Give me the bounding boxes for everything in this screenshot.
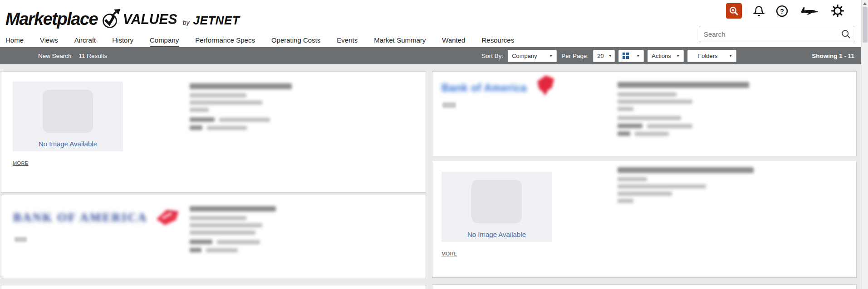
search-input[interactable] xyxy=(699,30,841,38)
search-icon xyxy=(841,29,851,39)
scrollbar[interactable] xyxy=(861,0,868,289)
scrollbar-thumb[interactable] xyxy=(863,7,868,43)
redacted-company-details xyxy=(190,83,380,133)
nav-item-aircraft[interactable]: Aircraft xyxy=(74,36,96,47)
sort-by-label: Sort By: xyxy=(481,53,503,59)
redacted-company-details xyxy=(618,82,808,137)
chevron-down-icon: ▼ xyxy=(729,54,732,58)
no-image-text: No Image Available xyxy=(13,140,123,148)
redacted-status-chip xyxy=(442,102,456,108)
no-image-text: No Image Available xyxy=(441,231,552,238)
logo-word-marketplace: Marketplace xyxy=(5,9,98,29)
nav-item-wanted[interactable]: Wanted xyxy=(442,36,465,47)
aircraft-icon[interactable] xyxy=(799,5,820,16)
company-card: BANK OF AMERICA xyxy=(1,195,426,278)
chevron-down-icon: ▼ xyxy=(676,54,680,58)
redacted-status-chip xyxy=(15,237,27,242)
settings-gear-icon[interactable] xyxy=(831,4,844,18)
actions-label: Actions xyxy=(652,53,671,59)
nav-item-events[interactable]: Events xyxy=(337,36,358,47)
nav-item-operating-costs[interactable]: Operating Costs xyxy=(271,36,320,47)
bank-of-america-flag-icon xyxy=(154,207,181,228)
help-icon[interactable]: ? xyxy=(776,5,788,17)
more-link[interactable]: MORE xyxy=(441,251,457,256)
sort-by-value: Company xyxy=(512,53,537,59)
checkmark-arrow-emblem-icon xyxy=(100,8,121,31)
logo-word-values: VALUES xyxy=(123,10,177,29)
redacted-company-details xyxy=(618,167,808,205)
company-card: No Image Available MORE xyxy=(432,161,857,278)
bank-of-america-modern-logo: Bank of America xyxy=(441,80,557,96)
chevron-down-icon: ▼ xyxy=(549,54,553,58)
main-nav: Home Views Aircraft History Company Perf… xyxy=(5,36,514,47)
results-count: 11 Results xyxy=(79,53,108,59)
sort-by-select[interactable]: Company ▼ xyxy=(508,50,557,62)
nav-item-market-summary[interactable]: Market Summary xyxy=(374,36,426,47)
results-toolbar: New Search 11 Results Sort By: Company ▼… xyxy=(0,47,868,64)
logo-brand-jetnet: JETNET xyxy=(193,12,240,29)
showing-range: Showing 1 - 11 xyxy=(812,53,854,59)
nav-item-resources[interactable]: Resources xyxy=(481,36,514,47)
view-mode-select[interactable]: ▼ xyxy=(618,50,644,62)
chevron-down-icon: ▼ xyxy=(636,54,640,58)
app-header: Marketplace VALUES by JETNET xyxy=(0,0,868,47)
no-image-placeholder: No Image Available xyxy=(441,172,552,242)
notifications-bell-icon[interactable] xyxy=(753,5,765,17)
nav-item-history[interactable]: History xyxy=(112,36,133,47)
zoom-search-icon[interactable] xyxy=(726,3,742,19)
new-search-link[interactable]: New Search xyxy=(38,53,72,59)
svg-text:?: ? xyxy=(780,7,784,14)
company-card: Bank of America xyxy=(432,71,857,156)
logo-by: by xyxy=(183,19,190,26)
bank-of-america-classic-logo: BANK OF AMERICA xyxy=(13,207,181,228)
nav-item-home[interactable]: Home xyxy=(5,36,24,47)
search-box xyxy=(699,26,855,42)
company-card: No Image Available MORE xyxy=(1,71,426,193)
actions-menu[interactable]: Actions ▼ xyxy=(647,50,684,62)
scrollbar-up-arrow-icon[interactable] xyxy=(863,2,867,5)
folders-label: Folders xyxy=(698,53,717,59)
results-grid: No Image Available MORE BANK OF AMERICA … xyxy=(0,64,868,289)
header-icon-bar: ? xyxy=(726,2,844,20)
partial-next-card xyxy=(432,284,857,289)
nav-item-views[interactable]: Views xyxy=(40,36,58,47)
bank-of-america-modern-wordmark: Bank of America xyxy=(441,82,527,94)
grid-view-icon xyxy=(623,53,629,59)
nav-item-company[interactable]: Company xyxy=(150,36,179,47)
nav-item-performance-specs[interactable]: Performance Specs xyxy=(195,36,255,47)
bank-of-america-flag-icon xyxy=(533,73,557,96)
folders-select[interactable]: Folders ▼ xyxy=(687,50,736,62)
per-page-value: 20 xyxy=(597,53,603,59)
more-link[interactable]: MORE xyxy=(13,160,29,166)
bank-of-america-classic-wordmark: BANK OF AMERICA xyxy=(13,211,147,225)
chevron-down-icon: ▼ xyxy=(608,54,612,58)
no-image-placeholder: No Image Available xyxy=(13,82,123,151)
app-logo: Marketplace VALUES by JETNET xyxy=(5,6,240,29)
per-page-label: Per Page: xyxy=(561,53,588,59)
redacted-company-details xyxy=(190,206,380,255)
per-page-select[interactable]: 20 ▼ xyxy=(593,50,615,62)
partial-next-card xyxy=(1,285,426,289)
